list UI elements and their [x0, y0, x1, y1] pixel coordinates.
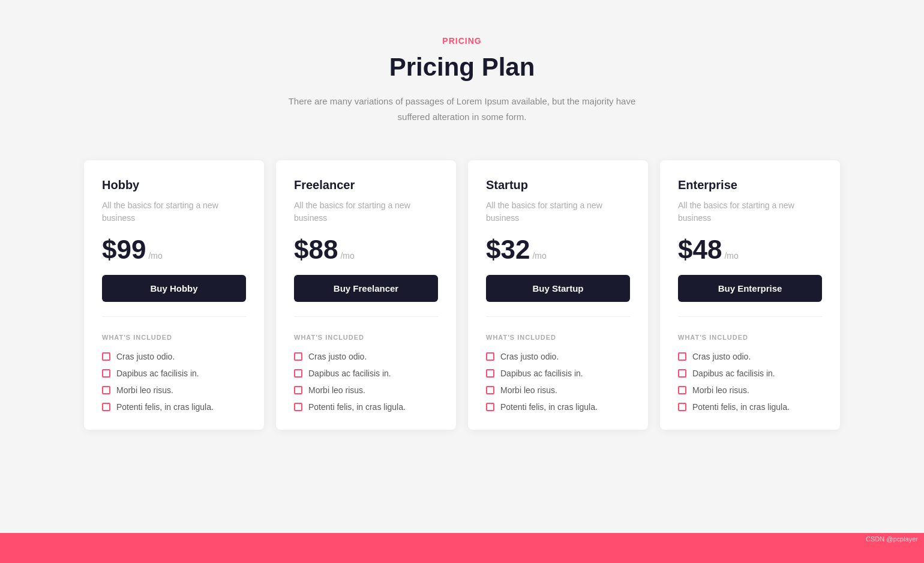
feature-item: Potenti felis, in cras ligula.	[678, 402, 822, 412]
price-amount-enterprise: $48	[678, 236, 722, 263]
pricing-card-freelancer: Freelancer All the basics for starting a…	[276, 160, 456, 430]
feature-checkbox-icon	[102, 386, 110, 394]
watermark: CSDN @pcplayer	[0, 533, 924, 545]
feature-text: Potenti felis, in cras ligula.	[500, 402, 598, 412]
card-top-startup: Startup All the basics for starting a ne…	[486, 178, 630, 317]
feature-checkbox-icon	[486, 386, 494, 394]
section-label: PRICING	[442, 36, 481, 46]
feature-item: Cras justo odio.	[678, 352, 822, 361]
feature-checkbox-icon	[102, 369, 110, 378]
buy-button-enterprise[interactable]: Buy Enterprise	[678, 275, 822, 302]
feature-text: Cras justo odio.	[308, 352, 367, 361]
feature-text: Morbi leo risus.	[692, 385, 749, 395]
pricing-card-enterprise: Enterprise All the basics for starting a…	[660, 160, 840, 430]
feature-text: Morbi leo risus.	[308, 385, 365, 395]
feature-checkbox-icon	[678, 369, 686, 378]
feature-text: Cras justo odio.	[500, 352, 559, 361]
footer-bar: CSDN @pcplayer	[0, 533, 924, 563]
feature-item: Morbi leo risus.	[678, 385, 822, 395]
feature-text: Dapibus ac facilisis in.	[308, 369, 391, 378]
card-top-enterprise: Enterprise All the basics for starting a…	[678, 178, 822, 317]
feature-checkbox-icon	[678, 403, 686, 411]
buy-button-freelancer[interactable]: Buy Freelancer	[294, 275, 438, 302]
feature-list-startup: Cras justo odio. Dapibus ac facilisis in…	[486, 352, 630, 412]
feature-item: Dapibus ac facilisis in.	[294, 369, 438, 378]
price-period-startup: /mo	[532, 251, 546, 260]
feature-item: Potenti felis, in cras ligula.	[486, 402, 630, 412]
card-bottom-freelancer: WHAT'S INCLUDED Cras justo odio. Dapibus…	[294, 331, 438, 412]
feature-item: Cras justo odio.	[102, 352, 246, 361]
price-row-freelancer: $88 /mo	[294, 236, 438, 263]
pricing-cards-container: Hobby All the basics for starting a new …	[72, 160, 852, 430]
feature-checkbox-icon	[294, 352, 302, 361]
main-content: PRICING Pricing Plan There are many vari…	[0, 0, 924, 533]
feature-item: Cras justo odio.	[486, 352, 630, 361]
plan-description-hobby: All the basics for starting a new busine…	[102, 199, 246, 224]
card-bottom-hobby: WHAT'S INCLUDED Cras justo odio. Dapibus…	[102, 331, 246, 412]
section-title: Pricing Plan	[389, 53, 535, 82]
plan-description-freelancer: All the basics for starting a new busine…	[294, 199, 438, 224]
feature-item: Dapibus ac facilisis in.	[486, 369, 630, 378]
section-description: There are many variations of passages of…	[276, 94, 648, 124]
feature-text: Dapibus ac facilisis in.	[692, 369, 775, 378]
feature-checkbox-icon	[102, 352, 110, 361]
feature-text: Dapibus ac facilisis in.	[116, 369, 199, 378]
feature-text: Morbi leo risus.	[116, 385, 173, 395]
feature-item: Dapibus ac facilisis in.	[102, 369, 246, 378]
feature-checkbox-icon	[486, 369, 494, 378]
price-row-startup: $32 /mo	[486, 236, 630, 263]
price-row-hobby: $99 /mo	[102, 236, 246, 263]
plan-description-enterprise: All the basics for starting a new busine…	[678, 199, 822, 224]
price-amount-startup: $32	[486, 236, 530, 263]
feature-text: Potenti felis, in cras ligula.	[692, 402, 790, 412]
feature-checkbox-icon	[678, 386, 686, 394]
price-row-enterprise: $48 /mo	[678, 236, 822, 263]
feature-item: Morbi leo risus.	[294, 385, 438, 395]
feature-checkbox-icon	[486, 352, 494, 361]
plan-name-freelancer: Freelancer	[294, 178, 438, 192]
whats-included-label-enterprise: WHAT'S INCLUDED	[678, 334, 822, 341]
feature-text: Dapibus ac facilisis in.	[500, 369, 583, 378]
feature-text: Morbi leo risus.	[500, 385, 557, 395]
feature-text: Potenti felis, in cras ligula.	[308, 402, 406, 412]
price-period-freelancer: /mo	[340, 251, 354, 260]
feature-item: Dapibus ac facilisis in.	[678, 369, 822, 378]
plan-description-startup: All the basics for starting a new busine…	[486, 199, 630, 224]
feature-checkbox-icon	[294, 369, 302, 378]
whats-included-label-startup: WHAT'S INCLUDED	[486, 334, 630, 341]
feature-list-freelancer: Cras justo odio. Dapibus ac facilisis in…	[294, 352, 438, 412]
feature-list-hobby: Cras justo odio. Dapibus ac facilisis in…	[102, 352, 246, 412]
card-bottom-enterprise: WHAT'S INCLUDED Cras justo odio. Dapibus…	[678, 331, 822, 412]
feature-text: Cras justo odio.	[692, 352, 751, 361]
pricing-card-hobby: Hobby All the basics for starting a new …	[84, 160, 264, 430]
feature-checkbox-icon	[294, 403, 302, 411]
pricing-card-startup: Startup All the basics for starting a ne…	[468, 160, 648, 430]
feature-text: Cras justo odio.	[116, 352, 175, 361]
plan-name-enterprise: Enterprise	[678, 178, 822, 192]
card-top-freelancer: Freelancer All the basics for starting a…	[294, 178, 438, 317]
feature-item: Morbi leo risus.	[486, 385, 630, 395]
price-amount-hobby: $99	[102, 236, 146, 263]
feature-item: Cras justo odio.	[294, 352, 438, 361]
plan-name-startup: Startup	[486, 178, 630, 192]
price-period-hobby: /mo	[148, 251, 162, 260]
feature-checkbox-icon	[486, 403, 494, 411]
card-top-hobby: Hobby All the basics for starting a new …	[102, 178, 246, 317]
price-amount-freelancer: $88	[294, 236, 338, 263]
feature-text: Potenti felis, in cras ligula.	[116, 402, 214, 412]
card-bottom-startup: WHAT'S INCLUDED Cras justo odio. Dapibus…	[486, 331, 630, 412]
feature-checkbox-icon	[678, 352, 686, 361]
whats-included-label-hobby: WHAT'S INCLUDED	[102, 334, 246, 341]
whats-included-label-freelancer: WHAT'S INCLUDED	[294, 334, 438, 341]
buy-button-startup[interactable]: Buy Startup	[486, 275, 630, 302]
price-period-enterprise: /mo	[724, 251, 738, 260]
feature-checkbox-icon	[102, 403, 110, 411]
plan-name-hobby: Hobby	[102, 178, 246, 192]
feature-list-enterprise: Cras justo odio. Dapibus ac facilisis in…	[678, 352, 822, 412]
feature-checkbox-icon	[294, 386, 302, 394]
feature-item: Potenti felis, in cras ligula.	[294, 402, 438, 412]
feature-item: Morbi leo risus.	[102, 385, 246, 395]
feature-item: Potenti felis, in cras ligula.	[102, 402, 246, 412]
buy-button-hobby[interactable]: Buy Hobby	[102, 275, 246, 302]
